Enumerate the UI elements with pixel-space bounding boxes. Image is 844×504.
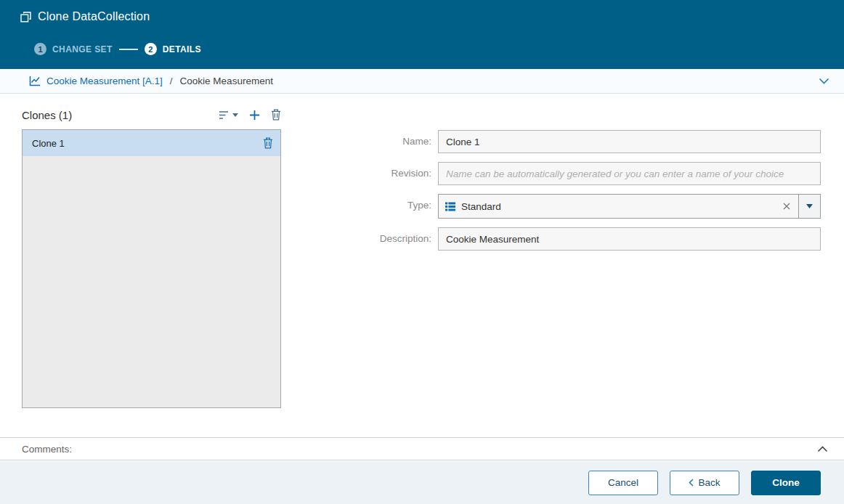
remove-clone-button[interactable] [263,137,273,149]
clones-toolbar [219,109,281,121]
comments-label: Comments: [22,444,72,455]
clones-title: Clones (1) [22,109,72,121]
wizard-stepper: 1 CHANGE SET 2 DETAILS [34,43,201,55]
description-row: Description: [329,227,821,251]
delete-clone-button[interactable] [271,109,281,121]
name-input[interactable] [438,130,821,153]
clones-panel: Clones (1) [22,106,281,408]
clone-button-label: Clone [772,477,800,488]
clones-panel-header: Clones (1) [22,106,281,123]
plus-icon [249,110,260,121]
breadcrumb-link[interactable]: Cookie Measurement [A.1] [46,76,163,86]
trash-icon [263,137,273,149]
filter-icon [219,110,230,120]
type-dropdown[interactable]: Standard [438,194,821,219]
revision-row: Revision: [329,162,821,185]
clone-button[interactable]: Clone [751,471,821,495]
revision-label: Revision: [329,162,438,185]
filter-menu-button[interactable] [219,110,238,120]
step1-number: 1 [34,43,46,55]
table-type-icon [445,202,455,211]
type-value: Standard [461,201,775,212]
breadcrumb: Cookie Measurement [A.1] / Cookie Measur… [0,69,844,94]
breadcrumb-current: Cookie Measurement [180,76,273,86]
chevron-up-icon[interactable] [817,446,828,452]
step-details[interactable]: 2 DETAILS [145,43,201,55]
name-row: Name: [329,130,821,153]
trash-icon [271,109,281,121]
header: Clone DataCollection 1 CHANGE SET 2 DETA… [0,0,844,69]
clone-list: Clone 1 [22,129,281,408]
footer-action-bar: Cancel Back Clone [0,461,844,504]
type-row: Type: Standard [329,194,821,219]
clone-icon [20,12,31,23]
cancel-button[interactable]: Cancel [588,471,658,495]
chevron-down-icon[interactable] [819,78,829,84]
clone-datacollection-dialog: Clone DataCollection 1 CHANGE SET 2 DETA… [0,0,844,504]
breadcrumb-separator: / [170,76,173,86]
back-button[interactable]: Back [670,471,739,495]
comments-section: Comments: [0,437,844,460]
chart-icon [29,76,41,86]
description-input[interactable] [438,227,821,251]
add-clone-button[interactable] [249,110,260,121]
clear-type-button[interactable] [775,195,798,218]
name-label: Name: [329,130,438,153]
clone-item-label: Clone 1 [32,138,65,149]
step-connector [119,49,138,50]
page-title: Clone DataCollection [38,10,150,23]
step2-label: DETAILS [163,44,201,54]
step2-number: 2 [145,43,157,55]
step1-label: CHANGE SET [52,44,113,54]
step-change-set[interactable]: 1 CHANGE SET [34,43,113,55]
filter-caret-icon [232,113,238,117]
type-label: Type: [329,194,438,219]
cancel-button-label: Cancel [608,477,638,488]
chevron-left-icon [689,479,694,487]
revision-input[interactable] [438,162,821,185]
dropdown-caret-icon [806,204,813,208]
description-label: Description: [329,227,438,251]
title-row: Clone DataCollection [0,0,844,23]
list-item[interactable]: Clone 1 [23,130,280,156]
type-dropdown-button[interactable] [798,195,820,218]
clear-x-icon [783,203,790,210]
details-form: Name: Revision: Type: Standard [329,130,821,259]
back-button-label: Back [698,477,720,488]
